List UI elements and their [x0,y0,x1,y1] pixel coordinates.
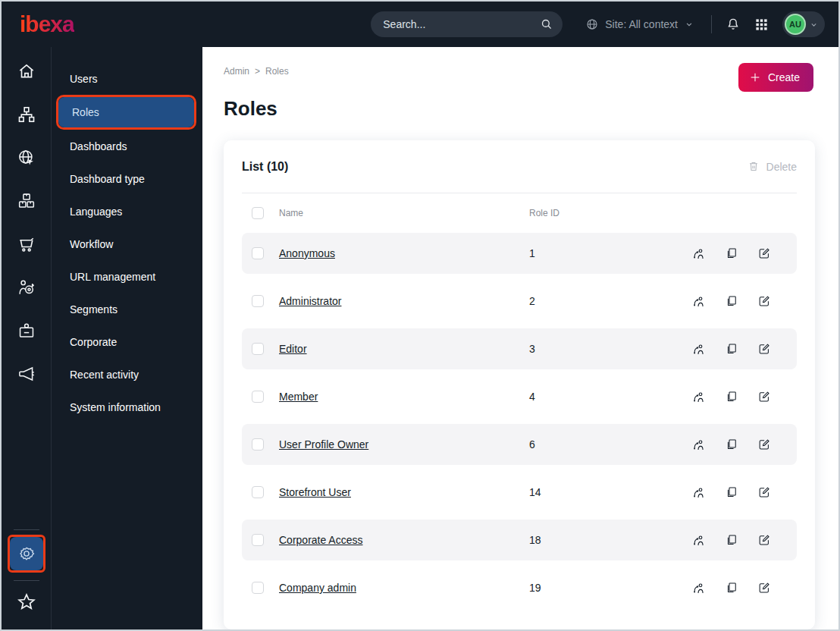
sidebar-item-languages[interactable]: Languages [52,195,202,228]
copy-icon[interactable] [725,485,738,500]
marketing-megaphone-icon[interactable] [10,357,43,391]
search-input[interactable] [383,18,540,30]
role-id-value: 1 [529,247,691,259]
global-search[interactable] [371,11,563,37]
sidebar-item-label: Corporate [70,336,117,348]
role-name-link[interactable]: Company admin [279,582,529,594]
row-checkbox[interactable] [252,582,264,594]
edit-icon[interactable] [757,581,771,595]
row-checkbox[interactable] [252,438,264,450]
roles-list-card: List (10) Delete Name Role ID [224,140,815,629]
row-checkbox[interactable] [252,247,264,259]
edit-icon[interactable] [757,438,771,452]
sidebar-item-segments[interactable]: Segments [52,293,202,325]
table-row: Company admin 19 [242,567,797,608]
sidebar-item-users[interactable]: Users [52,62,202,95]
assign-to-users-icon[interactable] [691,581,706,595]
edit-icon[interactable] [757,294,771,309]
role-id-value: 2 [529,295,691,307]
home-icon[interactable] [10,55,43,88]
copy-icon[interactable] [725,294,738,309]
assign-to-users-icon[interactable] [691,438,706,452]
row-checkbox[interactable] [252,295,264,307]
bookmarks-star-icon[interactable] [10,585,43,619]
active-item-highlight: Roles [56,95,196,130]
assign-to-users-icon[interactable] [691,246,706,261]
site-globe-icon[interactable] [10,141,43,174]
rail-divider [14,529,39,530]
sidebar-item-dashboard-type[interactable]: Dashboard type [52,162,202,195]
assign-to-users-icon[interactable] [691,485,706,500]
row-checkbox[interactable] [252,343,264,355]
role-id-value: 4 [529,391,691,403]
delete-button[interactable]: Delete [748,160,797,173]
globe-icon [585,17,599,31]
products-boxes-icon[interactable] [10,184,43,218]
avatar[interactable]: AU [785,14,806,35]
row-checkbox[interactable] [252,534,264,546]
ibexa-logo[interactable]: ibexa [20,11,74,37]
row-checkbox[interactable] [252,391,264,403]
role-name-link[interactable]: Member [279,391,529,403]
edit-icon[interactable] [757,246,771,261]
notifications-bell-icon[interactable] [726,17,741,32]
role-name-link[interactable]: Storefront User [279,486,529,498]
breadcrumb-root[interactable]: Admin [224,66,249,77]
sidebar-item-system-information[interactable]: System information [52,391,202,423]
copy-icon[interactable] [725,438,738,452]
admin-gear-icon[interactable] [10,537,43,570]
sidebar-item-label: Languages [70,206,122,218]
search-icon[interactable] [540,17,553,31]
role-name-link[interactable]: User Profile Owner [279,438,529,450]
select-all-checkbox[interactable] [252,207,264,219]
edit-icon[interactable] [757,533,771,548]
copy-icon[interactable] [725,342,738,356]
app-grid-icon[interactable] [754,17,769,32]
sidebar-item-dashboards[interactable]: Dashboards [52,130,202,162]
create-button[interactable]: Create [738,63,813,92]
copy-icon[interactable] [725,581,738,595]
edit-icon[interactable] [757,342,771,356]
sidebar-item-workflow[interactable]: Workflow [52,228,202,260]
admin-gear-highlight [8,535,45,573]
sidebar-item-label: Recent activity [70,369,139,381]
table-row: Editor 3 [242,328,797,369]
role-name-link[interactable]: Anonymous [279,247,529,259]
role-id-value: 6 [529,438,691,450]
sidebar-item-url-management[interactable]: URL management [52,260,202,293]
copy-icon[interactable] [725,390,738,404]
assign-to-users-icon[interactable] [691,390,706,404]
breadcrumb: Admin > Roles [224,47,815,77]
commerce-cart-icon[interactable] [10,228,43,261]
sidebar-item-corporate[interactable]: Corporate [52,325,202,358]
edit-icon[interactable] [757,485,771,500]
column-header-role-id: Role ID [529,208,786,218]
sidebar-item-recent-activity[interactable]: Recent activity [52,358,202,391]
copy-icon[interactable] [725,246,738,261]
user-menu[interactable]: AU [782,11,825,37]
assign-to-users-icon[interactable] [691,533,706,548]
content-tree-icon[interactable] [10,98,43,131]
app-window: ibexa Site: All context [0,0,840,631]
role-name-link[interactable]: Editor [279,343,529,355]
role-id-value: 3 [529,343,691,355]
table-row: Administrator 2 [242,281,797,322]
assign-to-users-icon[interactable] [691,342,706,356]
sidebar-item-roles[interactable]: Roles [58,97,194,127]
column-header-name: Name [279,208,529,218]
role-id-value: 18 [529,534,691,546]
page-title: Roles [224,97,815,121]
role-id-value: 19 [529,582,691,594]
corporate-badge-icon[interactable] [10,314,43,347]
delete-button-label: Delete [766,161,797,173]
assign-to-users-icon[interactable] [691,294,706,309]
edit-icon[interactable] [757,390,771,404]
copy-icon[interactable] [725,533,738,548]
table-row: Storefront User 14 [242,472,797,513]
role-name-link[interactable]: Corporate Access [279,534,529,546]
site-context-selector[interactable]: Site: All context [585,17,694,31]
topbar-divider [711,15,712,33]
role-name-link[interactable]: Administrator [279,295,529,307]
customer-targeting-icon[interactable] [10,271,43,304]
row-checkbox[interactable] [252,486,264,498]
